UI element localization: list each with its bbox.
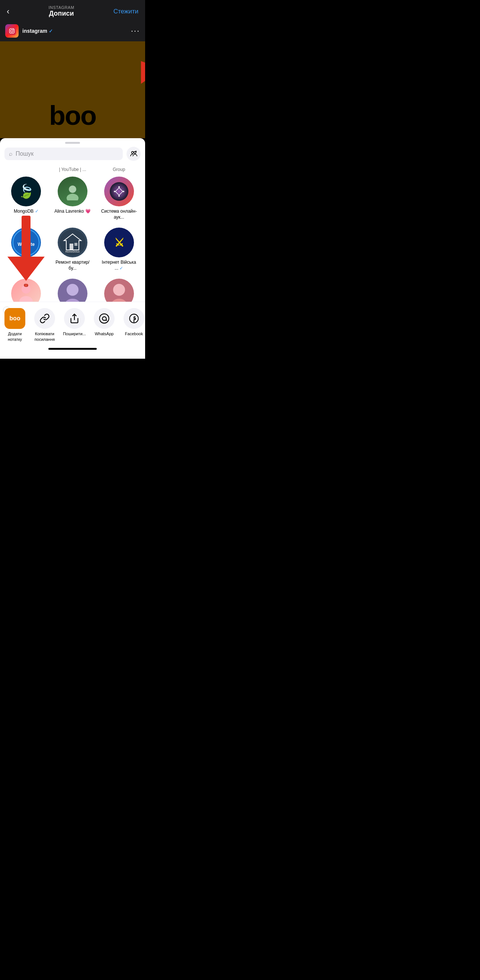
- svg-rect-0: [8, 27, 16, 35]
- boo-sticker-icon: + boo: [5, 308, 25, 329]
- post-header: instagram ✓ ···: [0, 21, 145, 41]
- svg-text:⚔: ⚔: [114, 237, 124, 249]
- contact-avatar-systema: [104, 177, 134, 206]
- verified-icon: ✓: [49, 28, 53, 34]
- action-bar: + boo Додати нотатку Копіювати посилання: [0, 302, 145, 345]
- contact-avatar-alina: [58, 177, 87, 206]
- svg-rect-25: [74, 243, 78, 246]
- action-label: Копіювати посилання: [31, 331, 58, 342]
- svg-point-21: [123, 191, 124, 192]
- leaf-icon: 🍃: [18, 184, 35, 199]
- contact-avatar-homedelux: HomeDelux: [58, 228, 87, 258]
- post-image: boo: [0, 41, 145, 138]
- partial-avatar-1[interactable]: [3, 276, 49, 302]
- partial-avatar-2[interactable]: [49, 276, 96, 302]
- contact-item[interactable]: The Website Logo & Web Designs: [3, 224, 49, 276]
- contact-item[interactable]: Система онлайн-аук...: [96, 173, 142, 224]
- search-row: ⌕ Пошук: [0, 147, 145, 165]
- whatsapp-icon-wrap: [94, 308, 115, 329]
- contact-avatar-website: The Website: [11, 228, 41, 258]
- svg-point-15: [67, 194, 79, 200]
- svg-point-11: [134, 151, 136, 154]
- contact-avatar-mongodb: 🍃: [11, 177, 41, 206]
- partial-contacts-row: [0, 276, 145, 302]
- handle-bar: [65, 142, 80, 144]
- boo-sticker: boo: [5, 308, 25, 329]
- post-user[interactable]: instagram ✓: [5, 24, 53, 38]
- search-box[interactable]: ⌕ Пошук: [5, 148, 123, 160]
- bottom-sheet: ⌕ Пошук | YouTube | ... Group 🍃: [0, 138, 145, 359]
- contact-name: MongoDB ✓: [14, 208, 39, 215]
- nav-center: INSTAGRAM Дописи: [48, 5, 74, 18]
- svg-point-3: [13, 29, 14, 30]
- contact-name: Alina Lavrenko 💗: [54, 208, 91, 215]
- boo-text: boo: [49, 100, 96, 131]
- partial-avatar-3[interactable]: [96, 276, 142, 302]
- add-group-button[interactable]: [127, 147, 141, 161]
- svg-point-20: [114, 191, 116, 192]
- svg-marker-7: [130, 54, 145, 84]
- post-username: instagram ✓: [22, 28, 53, 34]
- contact-name: Система онлайн-аук...: [100, 208, 138, 220]
- contact-item[interactable]: Alina Lavrenko 💗: [49, 173, 96, 224]
- home-indicator: [48, 348, 97, 350]
- follow-button[interactable]: Стежити: [114, 8, 138, 15]
- top-area: ‹ INSTAGRAM Дописи Стежити: [0, 0, 145, 138]
- action-label: Додати нотатку: [2, 331, 28, 342]
- avatar: [5, 24, 19, 38]
- facebook-icon-wrap: [124, 308, 144, 329]
- back-button[interactable]: ‹: [7, 7, 9, 16]
- sheet-handle: [0, 138, 145, 147]
- action-label: Поширити...: [63, 331, 86, 336]
- contact-item[interactable]: 🍃 MongoDB ✓: [3, 173, 49, 224]
- col2-label: | YouTube | ...: [49, 165, 96, 173]
- contact-name: Logo & Web Designs: [8, 259, 44, 271]
- action-label: WhatsApp: [95, 331, 114, 336]
- contact-item[interactable]: ⚔ Інтернет Війська ... ✓: [96, 224, 142, 276]
- post-menu-button[interactable]: ···: [131, 26, 140, 36]
- nav-bar: ‹ INSTAGRAM Дописи Стежити: [0, 0, 145, 21]
- contact-avatar-viisko: ⚔: [104, 228, 134, 258]
- contacts-grid-row2: The Website Logo & Web Designs HomeDelux: [0, 224, 145, 276]
- contact-name: Інтернет Війська ... ✓: [100, 259, 138, 271]
- home-bar: [0, 345, 145, 351]
- svg-text:HomeDelux: HomeDelux: [65, 250, 80, 253]
- svg-point-19: [118, 195, 120, 197]
- svg-point-30: [19, 296, 33, 302]
- nav-title: Дописи: [48, 10, 74, 18]
- share-icon-wrap: [64, 308, 85, 329]
- svg-point-37: [111, 299, 127, 302]
- search-icon: ⌕: [9, 151, 13, 157]
- action-label: Facebook: [125, 331, 143, 336]
- action-item-copy-link[interactable]: Копіювати посилання: [30, 308, 60, 342]
- contact-name: Ремонт квартир/бу...: [54, 259, 91, 271]
- svg-point-18: [118, 186, 120, 188]
- svg-point-16: [110, 182, 128, 201]
- svg-point-33: [25, 284, 27, 286]
- svg-point-35: [64, 299, 81, 302]
- svg-point-36: [113, 284, 125, 296]
- row-labels: | YouTube | ... Group: [0, 165, 145, 173]
- action-item-add-note[interactable]: + boo Додати нотатку: [0, 308, 30, 342]
- svg-rect-24: [70, 243, 73, 250]
- action-item-whatsapp[interactable]: WhatsApp: [89, 308, 119, 336]
- svg-point-39: [100, 314, 109, 323]
- app-label: INSTAGRAM: [48, 5, 74, 10]
- search-placeholder: Пошук: [16, 151, 33, 157]
- svg-point-34: [67, 284, 79, 296]
- contacts-grid-row1: 🍃 MongoDB ✓ Alina Lavrenko 💗: [0, 173, 145, 224]
- action-item-facebook[interactable]: Facebook: [119, 308, 145, 336]
- action-item-share[interactable]: Поширити...: [60, 308, 89, 336]
- contact-item[interactable]: HomeDelux Ремонт квартир/бу...: [49, 224, 96, 276]
- col3-label: Group: [96, 165, 142, 173]
- svg-point-14: [69, 186, 76, 193]
- svg-point-10: [132, 151, 134, 154]
- link-icon-wrap: [34, 308, 55, 329]
